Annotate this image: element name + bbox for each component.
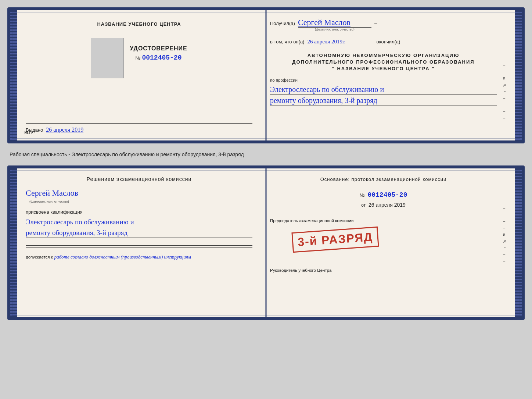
sig-line-director <box>270 277 497 277</box>
mp-label: М.П. <box>24 130 33 135</box>
date-row-2: от 26 апреля 2019 <box>270 202 497 208</box>
stamp-area: 3-й РАЗРЯД <box>270 226 497 259</box>
chairman-row: Председатель экзаменационной комиссии <box>270 217 497 224</box>
assigned-label: присвоена квалификация <box>26 209 83 215</box>
qual-line1: Электрослесарь по обслуживанию и <box>26 218 134 226</box>
number-prefix-2: № <box>360 192 365 198</box>
received-row: Получил(а) Сергей Маслов (фамилия, имя, … <box>270 18 497 31</box>
org-block: АВТОНОМНУЮ НЕКОММЕРЧЕСКУЮ ОРГАНИЗАЦИЮ ДО… <box>270 53 497 71</box>
org-name-label-1: НАЗВАНИЕ УЧЕБНОГО ЦЕНТРА <box>97 21 181 27</box>
profession-line2: ремонту оборудования, 3-й разряд <box>270 96 377 104</box>
basis-header: Основание: протокол экзаменационной коми… <box>270 176 497 182</box>
assigned-row: присвоена квалификация <box>26 209 252 215</box>
card1-left-panel: НАЗВАНИЕ УЧЕБНОГО ЦЕНТРА УДОСТОВЕРЕНИЕ №… <box>17 10 261 140</box>
number-2: 0012405-20 <box>367 191 407 199</box>
chairman-label: Председатель экзаменационной комиссии <box>270 218 353 223</box>
dash-1: – <box>374 21 377 26</box>
signature-line-1 <box>26 123 252 124</box>
profession-row: по профессии <box>270 76 497 83</box>
stamp-big-text: 3-й РАЗРЯД <box>297 230 373 249</box>
card1-left-content: НАЗВАНИЕ УЧЕБНОГО ЦЕНТРА УДОСТОВЕРЕНИЕ №… <box>26 18 252 133</box>
sig-line-chairman <box>270 265 497 265</box>
decision-header: Решением экзаменационной комиссии <box>26 176 252 182</box>
director-row: Руководитель учебного Центра <box>270 267 497 273</box>
number-row-2: № 0012405-20 <box>270 191 497 199</box>
recipient-name: Сергей Маслов <box>298 18 371 28</box>
decision-label: Решением экзаменационной комиссии <box>87 176 192 182</box>
basis-label: Основание: протокол экзаменационной коми… <box>320 177 447 182</box>
page-wrapper: НАЗВАНИЕ УЧЕБНОГО ЦЕНТРА УДОСТОВЕРЕНИЕ №… <box>7 7 525 320</box>
profession-label: по профессии <box>270 78 298 82</box>
completed-label: окончил(а) <box>376 39 400 44</box>
received-label: Получил(а) <box>270 21 295 26</box>
left-strip-2 <box>10 168 17 317</box>
card2-left-panel: Решением экзаменационной комиссии Сергей… <box>17 168 261 317</box>
allowed-value: работе согласно должностным (производств… <box>54 254 191 260</box>
left-strip-1 <box>10 10 17 140</box>
allowed-row: допускается к работе согласно должностны… <box>26 253 252 260</box>
in-that-row: в том, что он(а) 26 апреля 2019г. окончи… <box>270 39 497 45</box>
certificate-card-1: НАЗВАНИЕ УЧЕБНОГО ЦЕНТРА УДОСТОВЕРЕНИЕ №… <box>7 7 525 143</box>
issued-date: 26 апреля 2019 <box>46 127 83 133</box>
fio-label-1: (фамилия, имя, отчество) <box>315 28 355 31</box>
sig-line-row2 <box>26 247 252 247</box>
sig-line-2 <box>26 245 252 246</box>
stamp: 3-й РАЗРЯД <box>291 227 379 253</box>
profession-line1: Электрослесарь по обслуживанию и <box>270 85 384 93</box>
photo-placeholder <box>91 38 124 78</box>
director-label: Руководитель учебного Центра <box>270 268 331 272</box>
fio-label-row-2: (фамилия, имя, отчество) <box>26 200 252 203</box>
completed-date: 26 апреля 2019г. <box>307 39 373 45</box>
card1-right-panel: Получил(а) Сергей Маслов (фамилия, имя, … <box>261 10 515 140</box>
person-name-row: Сергей Маслов <box>26 188 252 198</box>
right-letters-2: – – – – и ,а ← – – – <box>503 206 507 270</box>
certificate-card-2: Решением экзаменационной комиссии Сергей… <box>7 165 525 320</box>
allowed-label: допускается к <box>26 255 53 259</box>
date-2: 26 апреля 2019 <box>369 202 406 208</box>
person-name: Сергей Маслов <box>26 188 107 198</box>
cert-number-prefix: № <box>136 55 141 61</box>
org-line1: АВТОНОМНУЮ НЕКОММЕРЧЕСКУЮ ОРГАНИЗАЦИЮ <box>270 53 497 58</box>
right-strip-2 <box>515 168 522 317</box>
qual-line2: ремонту оборудования, 3-й разряд <box>26 229 127 236</box>
qual-line2-row: ремонту оборудования, 3-й разряд <box>26 229 252 238</box>
sig-line-3 <box>26 247 252 247</box>
right-letters-1: – – и ,а ← – – – – <box>503 63 507 120</box>
between-cards-text: Рабочая специальность - Электрослесарь п… <box>7 150 525 159</box>
org-line2: ДОПОЛНИТЕЛЬНОГО ПРОФЕССИОНАЛЬНОГО ОБРАЗО… <box>270 59 497 65</box>
sig-line-5 <box>270 277 497 277</box>
date-prefix: от <box>361 203 366 208</box>
sig-line-4 <box>270 265 497 265</box>
sig-line-row <box>26 245 252 246</box>
fio-label-2: (фамилия, имя, отчество) <box>26 200 252 203</box>
in-that-label: в том, что он(а) <box>270 39 304 44</box>
cert-number: 0012405-20 <box>142 54 181 61</box>
org-name-quoted: " НАЗВАНИЕ УЧЕБНОГО ЦЕНТРА " <box>270 66 497 71</box>
card2-right-panel: Основание: протокол экзаменационной коми… <box>261 168 515 317</box>
profession-line2-row: ремонту оборудования, 3-й разряд <box>270 96 497 106</box>
right-strip-1 <box>515 10 522 140</box>
profession-line1-row: Электрослесарь по обслуживанию и <box>270 85 497 95</box>
cert-label: УДОСТОВЕРЕНИЕ <box>130 45 187 52</box>
qual-line1-row: Электрослесарь по обслуживанию и <box>26 218 252 227</box>
